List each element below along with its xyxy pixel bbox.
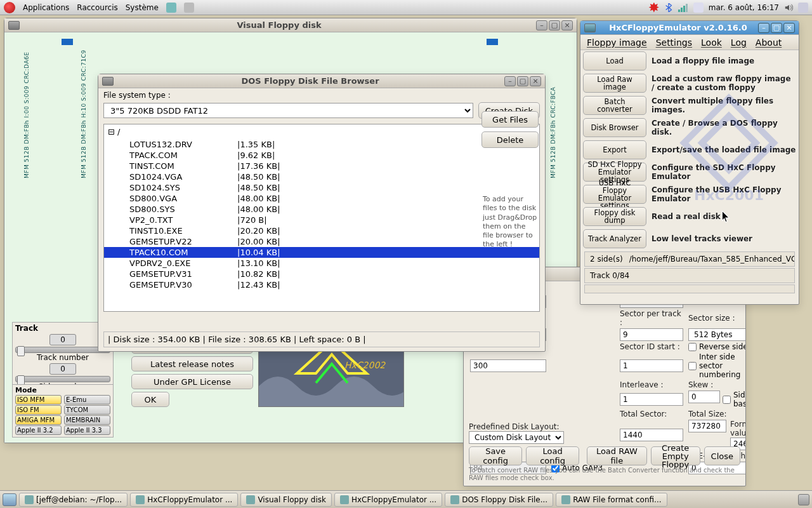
emu-button-4[interactable]: Export — [583, 140, 646, 159]
window-menu-icon[interactable] — [102, 77, 114, 86]
track-number-slider[interactable] — [15, 347, 110, 353]
predef-layout-select[interactable]: Custom Disk Layout — [469, 431, 564, 444]
window-menu-icon[interactable] — [584, 23, 596, 32]
network-signal-icon[interactable] — [678, 3, 688, 12]
mode-toggle[interactable]: ISO FM — [15, 405, 62, 415]
panel-launcher-icon-2[interactable] — [184, 3, 194, 13]
close-button[interactable]: × — [783, 23, 795, 33]
load-raw-file-button[interactable]: Load RAW file — [587, 446, 647, 465]
titlebar-vfd[interactable]: Visual Floppy disk – ▢ × — [4, 18, 577, 32]
clock-label[interactable]: mar. 6 août, 16:17 — [709, 3, 779, 12]
volume-icon[interactable] — [784, 3, 793, 12]
tray-icon[interactable] — [798, 3, 808, 13]
emu-button-2[interactable]: Batch converter — [583, 96, 646, 115]
minimize-button[interactable]: – — [536, 20, 547, 30]
panel-launcher-icon[interactable] — [166, 3, 176, 13]
emu-button-0[interactable]: Load — [583, 51, 646, 70]
mode-toggle[interactable]: ISO MFM — [15, 395, 62, 404]
menu-systeme[interactable]: Système — [126, 3, 159, 12]
emu-button-1[interactable]: Load Raw image — [583, 74, 646, 93]
battery-icon[interactable] — [693, 3, 704, 13]
window-dos-browser: DOS Floppy Disk File Browser – ▢ × File … — [98, 74, 546, 352]
menu-settings[interactable]: Settings — [656, 37, 692, 48]
mode-toggle[interactable]: AMIGA MFM — [15, 415, 62, 425]
create-empty-floppy-button[interactable]: Create Empty Floppy — [651, 446, 700, 465]
emu-button-3[interactable]: Disk Browser — [583, 118, 646, 137]
file-row[interactable]: SD800.SYS|48.00 KB| — [104, 204, 539, 215]
file-row[interactable]: LOTUS132.DRV|1.35 KB| — [104, 139, 539, 150]
mode-toggle[interactable]: TYCOM — [64, 405, 110, 415]
maximize-button[interactable]: ▢ — [771, 23, 782, 33]
update-notifier-icon[interactable] — [649, 3, 659, 13]
close-button[interactable]: × — [561, 20, 573, 30]
taskbar-task[interactable]: [jeff@debian: ~/Flop... — [19, 493, 128, 507]
mode-toggle[interactable]: Apple II 3.3 — [64, 425, 110, 435]
taskbar-task[interactable]: DOS Floppy Disk File... — [445, 493, 553, 507]
get-files-button[interactable]: Get Files — [481, 111, 539, 128]
file-row[interactable]: TPACK10.COM|10.04 KB| — [104, 247, 539, 258]
interleave-input[interactable] — [620, 393, 683, 406]
emu-button-6[interactable]: USB HxC Floppy Emulator settings — [583, 185, 646, 204]
inter-side-checkbox[interactable]: Inter side sector numbering — [688, 352, 745, 379]
close-button[interactable]: × — [530, 76, 541, 86]
save-config-button[interactable]: Save config — [469, 446, 522, 465]
sector-id-input[interactable] — [620, 359, 683, 372]
menu-floppy-image[interactable]: Floppy image — [587, 37, 647, 48]
menu-log[interactable]: Log — [731, 37, 747, 48]
fs-type-select[interactable]: 3"5 720KB DSDD FAT12 — [103, 103, 473, 118]
menu-look[interactable]: Look — [701, 37, 722, 48]
taskbar-task[interactable]: HxCFloppyEmulator ... — [334, 493, 442, 507]
window-menu-icon[interactable] — [8, 21, 20, 30]
link-button-3[interactable]: Under GPL License — [131, 374, 253, 389]
minimize-button[interactable]: – — [758, 23, 769, 33]
minimize-button[interactable]: – — [504, 76, 516, 86]
show-desktop-button[interactable] — [3, 493, 16, 506]
taskbar-task[interactable]: HxCFloppyEmulator ... — [130, 493, 238, 507]
svg-rect-0 — [678, 10, 680, 12]
title-vfd: Visual Floppy disk — [23, 20, 535, 30]
link-button-2[interactable]: Latest release notes — [131, 356, 253, 371]
maximize-button[interactable]: ▢ — [549, 20, 560, 30]
menu-applications[interactable]: Applications — [23, 3, 69, 12]
file-row[interactable]: VPDRV2_0.EXE|13.10 KB| — [104, 258, 539, 269]
mode-toggle[interactable]: E-Emu — [64, 395, 110, 404]
emu-desc: Convert multiple floppy files images. — [649, 95, 799, 116]
file-row[interactable]: GEMSETUP.V31|10.82 KB| — [104, 269, 539, 279]
menu-about[interactable]: About — [756, 37, 782, 48]
tray-button[interactable] — [798, 494, 809, 505]
side-number-slider[interactable] — [15, 376, 110, 382]
emu-button-8[interactable]: Track Analyzer — [583, 229, 646, 248]
link-button-4[interactable]: OK — [131, 392, 169, 407]
reverse-side-checkbox[interactable]: Reverse side — [688, 342, 745, 351]
file-tree[interactable]: ⊟ / LOTUS132.DRV|1.35 KB|TPACK.COM|9.62 … — [103, 124, 540, 312]
bluetooth-icon[interactable] — [664, 3, 673, 12]
side-based-checkbox[interactable]: Side based — [723, 391, 745, 408]
file-row[interactable]: SD1024.VGA|48.50 KB| — [104, 171, 539, 182]
load-config-button[interactable]: Load config — [526, 446, 579, 465]
emu-button-7[interactable]: Floppy disk dump — [583, 207, 646, 226]
titlebar-dos[interactable]: DOS Floppy Disk File Browser – ▢ × — [98, 74, 545, 88]
close-button[interactable]: Close — [704, 446, 740, 465]
file-row[interactable]: SD800.VGA|48.00 KB| — [104, 193, 539, 204]
spt-input[interactable] — [620, 328, 683, 341]
file-row[interactable]: GEMSETUP.V30|12.43 KB| — [104, 279, 539, 290]
skew-input[interactable] — [688, 391, 720, 403]
maximize-button[interactable]: ▢ — [517, 76, 528, 86]
sector-size-select[interactable]: 512 Bytes — [688, 328, 745, 341]
file-row[interactable]: SD1024.SYS|48.50 KB| — [104, 182, 539, 193]
mode-toggle[interactable]: Apple II 3.2 — [15, 425, 62, 435]
rpm-input[interactable] — [470, 359, 546, 372]
track-number-value: 0 — [49, 334, 76, 345]
window-hxc-emulator: HxCFloppyEmulator v2.0.16.0 – ▢ × Floppy… — [580, 20, 799, 305]
file-row[interactable]: TINST.COM|17.36 KB| — [104, 161, 539, 171]
taskbar-task[interactable]: RAW File format confi... — [556, 493, 667, 507]
titlebar-emu[interactable]: HxCFloppyEmulator v2.0.16.0 – ▢ × — [580, 21, 799, 35]
delete-button[interactable]: Delete — [481, 131, 539, 148]
mode-toggle[interactable]: MEMBRAIN — [64, 415, 110, 425]
file-row[interactable]: VP2_0.TXT|720 B| — [104, 215, 539, 225]
file-row[interactable]: TINST10.EXE|20.20 KB| — [104, 225, 539, 236]
taskbar-task[interactable]: Visual Floppy disk — [240, 493, 332, 507]
menu-raccourcis[interactable]: Raccourcis — [77, 3, 117, 12]
file-row[interactable]: GEMSETUP.V22|20.00 KB| — [104, 236, 539, 247]
file-row[interactable]: TPACK.COM|9.62 KB| — [104, 150, 539, 161]
